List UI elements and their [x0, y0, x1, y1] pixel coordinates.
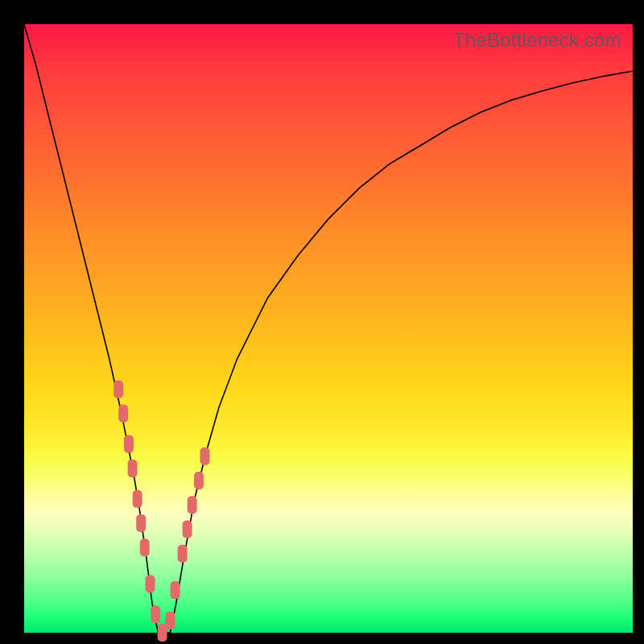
- data-marker: [165, 612, 175, 630]
- plot-area: TheBottleneck.com: [24, 24, 633, 633]
- data-marker: [151, 605, 160, 623]
- data-marker: [194, 472, 204, 489]
- data-marker: [133, 490, 142, 508]
- data-marker: [146, 576, 155, 593]
- bottleneck-curve: [24, 24, 633, 633]
- data-marker: [183, 521, 192, 539]
- data-marker: [124, 436, 134, 453]
- curve-layer: [24, 24, 633, 633]
- data-marker: [178, 545, 188, 563]
- data-marker: [136, 514, 146, 532]
- data-marker: [114, 381, 123, 398]
- data-marker: [171, 581, 180, 599]
- data-marker: [188, 496, 197, 514]
- data-marker: [118, 405, 128, 423]
- data-markers: [114, 381, 209, 642]
- data-marker: [200, 448, 210, 465]
- data-marker: [140, 539, 150, 556]
- data-marker: [128, 460, 138, 477]
- chart-frame: TheBottleneck.com: [0, 0, 644, 644]
